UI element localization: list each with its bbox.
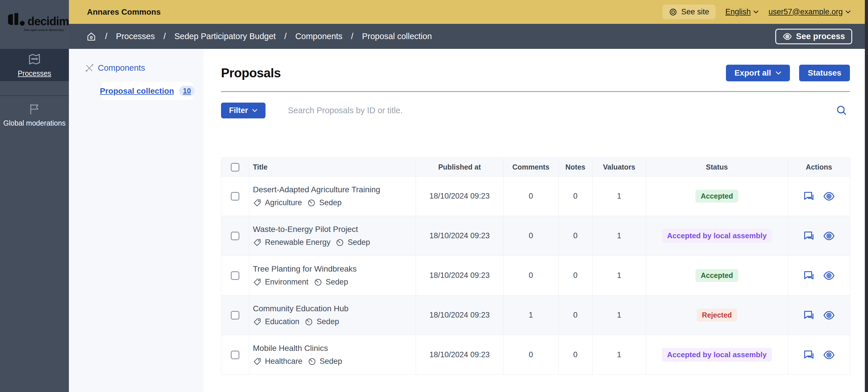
proposal-meta: HealthcareSedep [253, 357, 415, 366]
chevron-down-icon [252, 109, 257, 112]
proposal-row: Mobile Health ClinicsHealthcareSedep18/1… [221, 335, 850, 375]
search-icon[interactable] [836, 104, 848, 116]
breadcrumb-separator: / [163, 32, 166, 41]
column-header-valuators: Valuators [592, 158, 646, 176]
status-badge: Accepted [695, 190, 738, 203]
proposal-row: Community Education HubEducationSedep18/… [221, 296, 850, 335]
answer-action-button[interactable] [803, 269, 815, 282]
row-checkbox[interactable] [231, 271, 239, 280]
breadcrumb-item-processes[interactable]: Processes [116, 32, 155, 41]
user-email: user57@example.org [768, 7, 843, 17]
breadcrumb-item-components[interactable]: Components [296, 32, 342, 41]
scope-label: Sedep [326, 278, 348, 286]
search-input[interactable] [288, 106, 836, 115]
notes-count-cell: 0 [559, 176, 592, 216]
tag-icon [253, 238, 261, 247]
component-link-label[interactable]: Proposal collection [100, 86, 174, 96]
status-badge: Accepted by local assembly [662, 348, 772, 362]
row-checkbox[interactable] [231, 232, 239, 240]
home-icon[interactable] [86, 31, 96, 42]
breadcrumb-separator: / [284, 32, 287, 41]
category-label: Healthcare [265, 357, 303, 366]
user-menu-dropdown[interactable]: user57@example.org [768, 7, 851, 17]
proposal-title-link[interactable]: Desert-Adapted Agriculture Training [253, 185, 415, 194]
page-title: Proposals [221, 66, 281, 80]
column-header-actions: Actions [788, 158, 850, 176]
map-icon [28, 53, 41, 66]
status-badge: Accepted by local assembly [662, 229, 772, 243]
breadcrumb-item-proposal-collection[interactable]: Proposal collection [362, 32, 432, 41]
answer-action-button[interactable] [803, 190, 815, 203]
proposals-tbody: Desert-Adapted Agriculture TrainingAgric… [221, 176, 850, 375]
table-header-row: Title Published at Comments Notes Valuat… [221, 158, 850, 176]
column-header-title: Title [249, 158, 416, 176]
proposal-row: Tree Planting for WindbreaksEnvironmentS… [221, 256, 850, 296]
published-at-cell: 18/10/2024 09:23 [416, 216, 503, 256]
sidebar-item-global-moderations[interactable]: Global moderations [0, 96, 69, 134]
preview-action-button[interactable] [823, 348, 835, 361]
main-content: Proposals Export all Statuses Filter [204, 49, 865, 392]
components-panel-title[interactable]: Components [98, 63, 145, 73]
answer-action-button[interactable] [803, 348, 815, 361]
components-panel: Components Proposal collection 10 [69, 49, 204, 392]
proposal-title-link[interactable]: Waste-to-Energy Pilot Project [253, 225, 415, 234]
admin-sidebar: decidim free open-source democracy Proce… [0, 0, 69, 392]
flag-icon [28, 103, 41, 115]
language-dropdown[interactable]: English [725, 7, 759, 17]
proposal-title-link[interactable]: Tree Planting for Windbreaks [253, 264, 415, 274]
preview-action-button[interactable] [823, 269, 835, 282]
category-label: Environment [265, 278, 309, 286]
notes-count-cell: 0 [559, 296, 592, 335]
filter-button[interactable]: Filter [221, 103, 266, 118]
column-header-status: Status [646, 158, 788, 176]
tag-icon [253, 278, 261, 286]
breadcrumb: / Processes / Sedep Participatory Budget… [69, 24, 868, 49]
scope-label: Sedep [319, 198, 342, 207]
statuses-button[interactable]: Statuses [799, 65, 850, 81]
see-site-button[interactable]: See site [662, 5, 716, 19]
proposal-title-link[interactable]: Community Education Hub [253, 304, 415, 313]
category-label: Agriculture [265, 198, 302, 207]
proposal-meta: EnvironmentSedep [253, 278, 415, 286]
valuators-count-cell: 1 [592, 216, 646, 256]
notes-count-cell: 0 [559, 335, 592, 375]
row-checkbox[interactable] [231, 311, 239, 319]
published-at-cell: 18/10/2024 09:23 [416, 296, 503, 335]
scope-label: Sedep [348, 238, 370, 247]
export-all-button[interactable]: Export all [726, 65, 790, 81]
window-scrollbar[interactable] [865, 0, 868, 392]
answer-action-button[interactable] [803, 230, 815, 242]
component-item-proposal-collection[interactable]: Proposal collection 10 [102, 82, 193, 100]
proposal-title-link[interactable]: Mobile Health Clinics [253, 344, 415, 353]
comments-count-cell: 0 [503, 256, 559, 296]
published-at-cell: 18/10/2024 09:23 [416, 256, 503, 296]
comments-count-cell: 0 [503, 176, 559, 216]
breadcrumb-separator: / [105, 32, 107, 41]
column-header-published-at: Published at [416, 158, 503, 176]
preview-action-button[interactable] [823, 190, 835, 203]
select-all-checkbox[interactable] [231, 163, 239, 172]
answer-action-button[interactable] [803, 309, 815, 321]
decidim-logo-icon [8, 12, 25, 27]
see-site-label: See site [681, 7, 709, 17]
breadcrumb-item-process[interactable]: Sedep Participatory Budget [175, 32, 276, 41]
export-all-label: Export all [735, 68, 771, 78]
published-at-cell: 18/10/2024 09:23 [416, 335, 503, 375]
comments-count-cell: 1 [503, 296, 559, 335]
sidebar-item-processes[interactable]: Processes [0, 49, 69, 81]
status-badge: Rejected [696, 309, 737, 321]
valuators-count-cell: 1 [592, 335, 646, 375]
tag-icon [253, 317, 261, 326]
column-header-notes: Notes [559, 158, 592, 176]
see-process-button[interactable]: See process [775, 29, 852, 44]
preview-action-button[interactable] [823, 309, 835, 321]
preview-action-button[interactable] [823, 230, 835, 242]
row-checkbox[interactable] [231, 351, 239, 359]
logo-tagline: free open-source democracy [24, 28, 69, 32]
notes-count-cell: 0 [559, 216, 592, 256]
proposals-table: Title Published at Comments Notes Valuat… [221, 158, 850, 375]
topbar: Annares Commons See site English user57@… [69, 0, 868, 24]
row-checkbox[interactable] [231, 192, 239, 201]
see-process-label: See process [796, 32, 845, 41]
sidebar-item-label: Global moderations [3, 119, 66, 127]
